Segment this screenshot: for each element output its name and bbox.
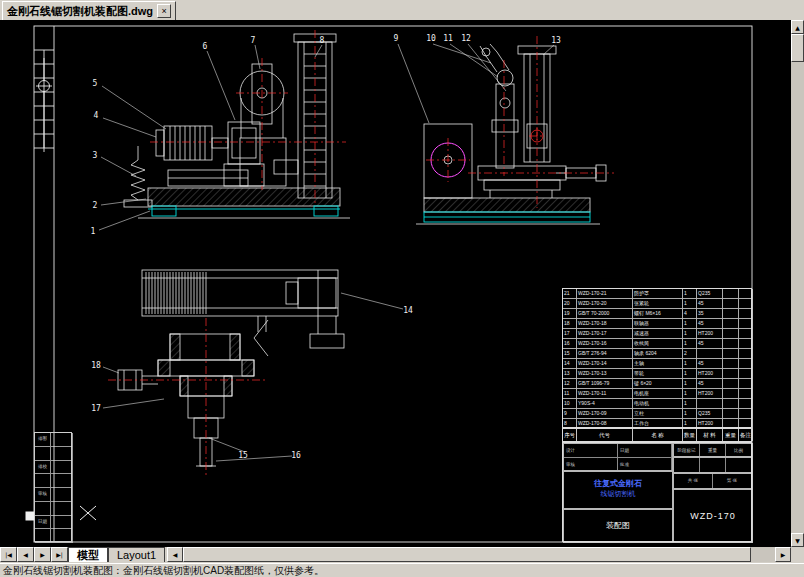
callout-13: 13: [551, 37, 561, 45]
vertical-scroll-thumb[interactable]: [791, 34, 804, 62]
part-cell: 12: [563, 379, 577, 389]
side-label: 审核: [35, 488, 51, 502]
stage-label: 比例: [726, 444, 752, 457]
header-cell: 重量: [723, 429, 739, 441]
view-section: [118, 270, 344, 466]
part-cell: Q235: [697, 289, 723, 299]
drawing-canvas[interactable]: 1 2 3 4 5 6 7 8 9 10 11 12 13 14 15 16 1…: [0, 20, 791, 547]
drawing-title: 往复式金刚石 线锯切割机: [563, 471, 673, 509]
tab-layout1[interactable]: Layout1: [108, 547, 165, 562]
part-cell: 1: [683, 299, 697, 309]
part-cell: 键 6×20: [633, 379, 683, 389]
callout-10: 10: [426, 35, 436, 43]
part-cell: WZD-170-13: [577, 369, 633, 379]
part-cell: 1: [683, 369, 697, 379]
part-cell: 防护罩: [633, 289, 683, 299]
stage-value: [700, 458, 726, 472]
part-cell: 电机座: [633, 389, 683, 399]
part-cell: 电动机: [633, 399, 683, 409]
scroll-down-button[interactable]: ▼: [791, 533, 804, 547]
part-cell: 45: [697, 319, 723, 329]
part-cell: [723, 389, 739, 399]
part-cell: WZD-170-17: [577, 329, 633, 339]
scroll-right-button[interactable]: ▶: [775, 547, 791, 562]
part-cell: 13: [563, 369, 577, 379]
tab-model[interactable]: 模型: [68, 547, 108, 562]
last-tab-button[interactable]: ▶|: [51, 547, 68, 562]
part-cell: [739, 319, 753, 329]
title-block: 设计 日期 审核 批准 往复式金刚石 线锯切割机 装配图 阶段标记 重量 比例: [562, 442, 752, 542]
part-cell: Q235: [697, 409, 723, 419]
part-cell: 立柱: [633, 409, 683, 419]
parts-list-header: 序号 代号 名 称 数量 材 料 重量 备注: [562, 428, 752, 442]
part-cell: 带轮: [633, 369, 683, 379]
title-block-signatures: 设计 日期 审核 批准: [563, 443, 673, 471]
callout-11: 11: [443, 35, 453, 43]
next-tab-button[interactable]: ▶: [34, 547, 51, 562]
first-tab-button[interactable]: |◀: [0, 547, 17, 562]
part-cell: [739, 289, 753, 299]
part-cell: 1: [683, 409, 697, 419]
file-tab[interactable]: 金刚石线锯切割机装配图.dwg ×: [2, 1, 176, 21]
part-cell: [739, 299, 753, 309]
scroll-up-button[interactable]: ▲: [791, 20, 804, 34]
part-cell: 张紧轮: [633, 299, 683, 309]
part-cell: 收线筒: [633, 339, 683, 349]
part-cell: [697, 349, 723, 359]
part-cell: 减速器: [633, 329, 683, 339]
part-cell: [739, 349, 753, 359]
prev-tab-button[interactable]: ◀: [17, 547, 34, 562]
drawing-title-line1: 往复式金刚石: [564, 478, 672, 489]
part-cell: [697, 399, 723, 409]
side-cell: [51, 433, 73, 447]
part-cell: WZD-170-16: [577, 339, 633, 349]
part-cell: [723, 399, 739, 409]
view-front-base-cyan: [148, 206, 340, 216]
part-cell: 轴承 6204: [633, 349, 683, 359]
callout-9: 9: [394, 35, 399, 43]
scroll-left-button[interactable]: ◀: [167, 547, 183, 562]
drawing-title-line2: 线锯切割机: [564, 489, 672, 498]
part-cell: 主轴: [633, 359, 683, 369]
side-cell: [51, 461, 73, 475]
stage-label: 阶段标记: [674, 444, 700, 457]
part-cell: WZD-170-20: [577, 299, 633, 309]
part-cell: [723, 309, 739, 319]
part-cell: HT200: [697, 369, 723, 379]
callout-18: 18: [91, 362, 101, 370]
part-cell: GB/T 70-2000: [577, 309, 633, 319]
header-cell: 材 料: [697, 429, 723, 441]
part-cell: [739, 329, 753, 339]
side-cell: [35, 474, 51, 488]
part-cell: 1: [683, 339, 697, 349]
part-cell: WZD-170-14: [577, 359, 633, 369]
part-cell: HT200: [697, 329, 723, 339]
part-cell: 螺钉 M6×16: [633, 309, 683, 319]
document-type: 装配图: [563, 509, 673, 543]
horizontal-scroll-thumb[interactable]: [183, 547, 751, 562]
part-cell: WZD-170-11: [577, 389, 633, 399]
horizontal-scrollbar[interactable]: ◀ ▶: [167, 547, 804, 562]
part-cell: 18: [563, 319, 577, 329]
part-cell: [723, 299, 739, 309]
stage-labels: 阶段标记 重量 比例: [673, 443, 753, 457]
part-cell: [739, 369, 753, 379]
part-cell: [739, 389, 753, 399]
part-cell: 14: [563, 359, 577, 369]
vertical-scrollbar[interactable]: ▲ ▼: [791, 20, 804, 547]
side-cell: [51, 502, 73, 516]
header-cell: 代号: [577, 429, 633, 441]
callout-4: 4: [94, 112, 99, 120]
part-cell: [723, 349, 739, 359]
status-text: 金刚石线锯切割机装配图：金刚石线锯切割机CAD装配图纸，仅供参考。: [3, 565, 324, 576]
side-cell: [51, 529, 73, 543]
callout-14: 14: [403, 307, 413, 315]
sheet-count: 共 张 第 张: [673, 473, 753, 489]
leader-lines: [99, 44, 554, 461]
part-cell: 1: [683, 379, 697, 389]
callout-2: 2: [93, 202, 98, 210]
part-cell: GB/T 276-94: [577, 349, 633, 359]
close-tab-button[interactable]: ×: [157, 4, 171, 18]
part-cell: HT200: [697, 389, 723, 399]
header-cell: 备注: [739, 429, 753, 441]
